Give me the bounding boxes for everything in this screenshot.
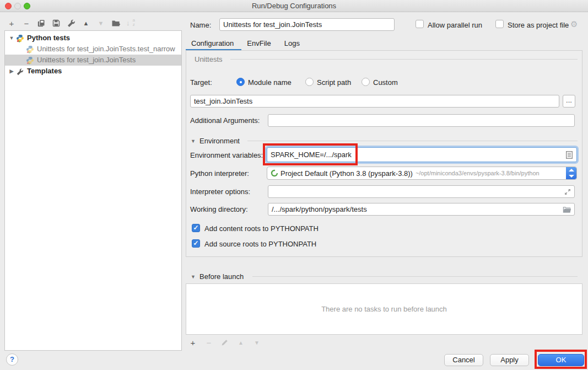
store-options-gear-icon[interactable]: ⚙: [570, 19, 578, 29]
environment-collapse-icon[interactable]: ▼: [191, 138, 196, 144]
move-up-button[interactable]: ▲: [81, 18, 91, 28]
additional-arguments-label: Additional Arguments:: [190, 116, 260, 125]
tree-item-unittests-jointests[interactable]: Unittests for test_join.JoinTests: [5, 55, 181, 66]
create-folder-button[interactable]: [111, 18, 121, 28]
tree-item-unittests-test-narrow[interactable]: Unittests for test_join.JoinTests.test_n…: [5, 44, 181, 55]
configurations-tree: ▼ Python tests Unittests for test_join.J…: [4, 30, 182, 351]
help-button[interactable]: ?: [6, 353, 18, 366]
name-input[interactable]: [219, 18, 395, 31]
conda-env-icon: [271, 169, 278, 177]
group-divider: [247, 141, 578, 141]
group-divider: [230, 59, 578, 60]
edit-templates-button[interactable]: [66, 18, 76, 28]
dropdown-stepper-icon[interactable]: [566, 167, 576, 179]
minus-icon: −: [24, 19, 29, 28]
ok-button[interactable]: OK: [538, 354, 584, 366]
working-directory-input[interactable]: /.../spark/python/pyspark/tests: [268, 203, 575, 216]
wrench-icon: [67, 19, 75, 28]
python-test-icon: [26, 56, 34, 65]
ellipsis-icon: ...: [566, 96, 572, 104]
target-label: Target:: [190, 78, 212, 87]
tab-logs[interactable]: Logs: [279, 36, 308, 51]
plus-icon: +: [191, 338, 196, 347]
before-launch-toolbar: + − ▲ ▼: [188, 337, 262, 347]
tree-item-python-tests[interactable]: ▼ Python tests: [5, 33, 181, 44]
radio-script-path-label: Script path: [317, 78, 351, 87]
radio-script-path[interactable]: [305, 78, 314, 86]
move-up-icon: ▲: [238, 340, 244, 346]
task-up-button[interactable]: ▲: [236, 337, 246, 347]
add-source-roots-label: Add source roots to PYTHONPATH: [204, 240, 316, 248]
store-as-project-file-checkbox[interactable]: [495, 20, 504, 28]
title-bar: Run/Debug Configurations: [0, 0, 588, 12]
chevron-right-icon[interactable]: ▶: [8, 66, 15, 77]
run-debug-configurations-dialog: Run/Debug Configurations + − ▲ ▼ ↓az ▼: [0, 0, 588, 370]
edit-variables-icon[interactable]: [566, 151, 573, 159]
save-configuration-button[interactable]: [51, 18, 61, 28]
sort-az-icon: ↓az: [126, 18, 136, 28]
tree-item-label: Unittests for test_join.JoinTests.test_n…: [37, 44, 175, 55]
add-content-roots-checkbox[interactable]: [192, 224, 200, 232]
tree-item-label: Python tests: [27, 33, 70, 44]
allow-parallel-run-checkbox[interactable]: [416, 20, 424, 28]
name-label: Name:: [190, 21, 211, 29]
chevron-down-icon[interactable]: ▼: [8, 33, 15, 44]
copy-configuration-button[interactable]: [36, 18, 46, 28]
python-test-icon: [26, 45, 34, 53]
tree-item-templates[interactable]: ▶ Templates: [5, 66, 181, 77]
radio-module-name[interactable]: [236, 78, 245, 86]
move-down-icon: ▼: [98, 20, 104, 26]
new-folder-icon: [111, 19, 121, 28]
tab-configuration[interactable]: Configuration: [186, 36, 241, 51]
interpreter-options-label: Interpreter options:: [190, 187, 250, 196]
configurations-toolbar: + − ▲ ▼ ↓az: [7, 18, 136, 29]
interpreter-options-input[interactable]: [268, 185, 575, 198]
python-tests-icon: [16, 34, 24, 42]
move-down-button[interactable]: ▼: [96, 18, 106, 28]
help-icon: ?: [10, 355, 14, 363]
templates-wrench-icon: [16, 67, 24, 76]
radio-custom[interactable]: [362, 78, 370, 86]
move-down-icon: ▼: [254, 340, 260, 346]
browse-module-button[interactable]: ...: [563, 95, 575, 108]
before-launch-group-title: Before launch: [199, 272, 244, 281]
add-configuration-button[interactable]: +: [7, 18, 17, 28]
window-title: Run/Debug Configurations: [0, 2, 588, 10]
before-launch-task-list[interactable]: There are no tasks to run before launch: [186, 283, 582, 335]
before-launch-collapse-icon[interactable]: ▼: [191, 274, 196, 280]
folder-icon[interactable]: [563, 206, 571, 213]
module-name-input[interactable]: [190, 95, 559, 108]
working-directory-label: Working directory:: [190, 205, 248, 213]
edit-task-button[interactable]: [220, 337, 230, 347]
cancel-button[interactable]: Cancel: [444, 354, 483, 366]
add-task-button[interactable]: +: [188, 337, 198, 347]
remove-task-button[interactable]: −: [204, 337, 214, 347]
task-down-button[interactable]: ▼: [252, 337, 262, 347]
remove-configuration-button[interactable]: −: [21, 18, 31, 28]
sort-configurations-button[interactable]: ↓az: [126, 18, 136, 28]
plus-icon: +: [9, 19, 14, 28]
add-source-roots-checkbox[interactable]: [192, 239, 200, 248]
environment-variables-value: SPARK_HOME=/.../spark: [271, 151, 352, 159]
pencil-icon: [221, 339, 229, 346]
tree-item-label: Unittests for test_join.JoinTests: [37, 55, 136, 66]
apply-button[interactable]: Apply: [490, 354, 529, 366]
working-directory-value: /.../spark/python/pyspark/tests: [272, 205, 367, 213]
python-interpreter-path: ~/opt/miniconda3/envs/pyspark-3.8/bin/py…: [416, 170, 540, 176]
environment-variables-input[interactable]: SPARK_HOME=/.../spark: [267, 147, 577, 162]
save-icon: [52, 19, 61, 28]
python-interpreter-value: Project Default (Python 3.8 (pyspark-3.8…: [280, 169, 413, 178]
python-interpreter-select[interactable]: Project Default (Python 3.8 (pyspark-3.8…: [267, 167, 577, 180]
before-launch-empty-text: There are no tasks to run before launch: [186, 305, 582, 313]
expand-field-icon[interactable]: [564, 189, 571, 195]
unittests-group-title: Unittests: [195, 55, 223, 63]
group-divider: [252, 276, 578, 277]
tab-envfile[interactable]: EnvFile: [241, 36, 278, 51]
add-content-roots-label: Add content roots to PYTHONPATH: [204, 224, 319, 233]
python-interpreter-label: Python interpreter:: [190, 169, 249, 178]
store-as-project-file-label: Store as project file: [508, 21, 569, 29]
copy-icon: [37, 19, 46, 28]
additional-arguments-input[interactable]: [268, 114, 575, 127]
tree-item-label: Templates: [27, 66, 62, 77]
radio-custom-label: Custom: [373, 78, 398, 87]
